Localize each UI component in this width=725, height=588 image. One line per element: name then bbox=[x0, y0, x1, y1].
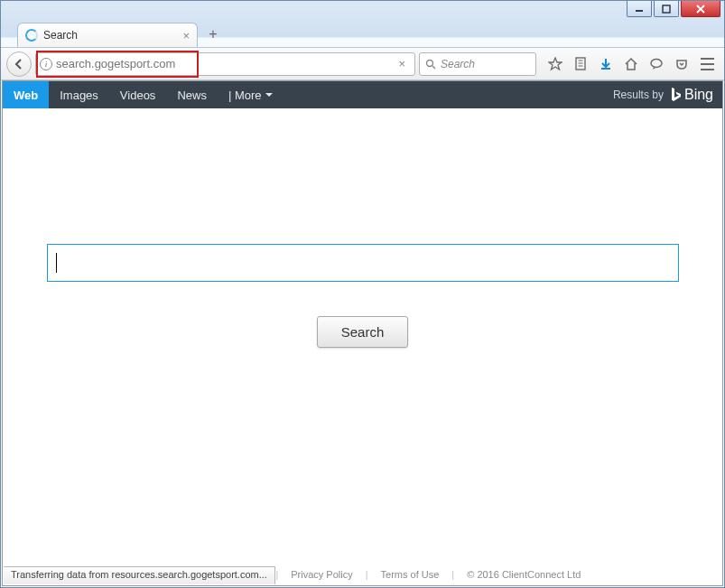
browser-toolbar: i search.gogetsport.com × Search bbox=[1, 47, 724, 80]
home-icon[interactable] bbox=[619, 52, 643, 76]
tab-strip: Search × + bbox=[1, 21, 724, 47]
toolbar-icons bbox=[544, 52, 719, 76]
search-nav-bar: Web Images Videos News | More Results by… bbox=[3, 81, 722, 108]
svg-rect-1 bbox=[663, 5, 670, 13]
search-hero: Search bbox=[3, 108, 722, 348]
nav-more[interactable]: | More bbox=[218, 81, 283, 108]
tab-title: Search bbox=[43, 29, 78, 42]
svg-point-4 bbox=[427, 60, 433, 66]
results-by-label: Results by bbox=[613, 89, 664, 101]
tab-close-icon[interactable]: × bbox=[182, 29, 190, 42]
maximize-button[interactable] bbox=[654, 1, 679, 17]
close-button[interactable] bbox=[681, 1, 720, 17]
nav-news[interactable]: News bbox=[166, 81, 218, 108]
nav-images[interactable]: Images bbox=[49, 81, 109, 108]
status-bar: Transferring data from resources.search.… bbox=[4, 566, 275, 584]
address-bar[interactable]: i search.gogetsport.com × bbox=[35, 52, 415, 76]
search-placeholder: Search bbox=[441, 58, 475, 70]
menu-button[interactable] bbox=[695, 52, 719, 76]
footer-copyright: © 2016 ClientConnect Ltd bbox=[460, 569, 588, 580]
minimize-button[interactable] bbox=[627, 1, 652, 17]
downloads-icon[interactable] bbox=[594, 52, 618, 76]
browser-search-box[interactable]: Search bbox=[419, 52, 536, 76]
text-cursor bbox=[56, 253, 57, 273]
bookmark-star-icon[interactable] bbox=[544, 52, 567, 76]
svg-point-10 bbox=[651, 59, 662, 67]
bing-logo: Bing bbox=[669, 87, 713, 103]
main-search-input[interactable] bbox=[47, 244, 679, 282]
nav-web[interactable]: Web bbox=[3, 81, 49, 108]
svg-line-5 bbox=[432, 66, 435, 69]
window-titlebar bbox=[1, 1, 724, 21]
chat-icon[interactable] bbox=[645, 52, 668, 76]
reading-list-icon[interactable] bbox=[569, 52, 592, 76]
search-icon bbox=[425, 59, 436, 70]
site-info-icon[interactable]: i bbox=[40, 58, 52, 70]
arrow-left-icon bbox=[13, 58, 25, 70]
footer-link-terms[interactable]: Terms of Use bbox=[374, 569, 447, 580]
new-tab-button[interactable]: + bbox=[203, 24, 223, 44]
footer-link-privacy[interactable]: Privacy Policy bbox=[283, 569, 359, 580]
clear-url-icon[interactable]: × bbox=[393, 57, 411, 70]
back-button[interactable] bbox=[6, 51, 32, 77]
pocket-icon[interactable] bbox=[670, 52, 693, 76]
loading-spinner-icon bbox=[25, 29, 38, 42]
main-search-button[interactable]: Search bbox=[317, 316, 409, 348]
bing-text: Bing bbox=[684, 87, 713, 103]
url-text: search.gogetsport.com bbox=[56, 57, 393, 70]
nav-videos[interactable]: Videos bbox=[109, 81, 167, 108]
browser-window: Search × + i search.gogetsport.com × Sea… bbox=[0, 0, 725, 588]
tab-search[interactable]: Search × bbox=[17, 23, 198, 47]
page-content: Web Images Videos News | More Results by… bbox=[2, 80, 723, 586]
